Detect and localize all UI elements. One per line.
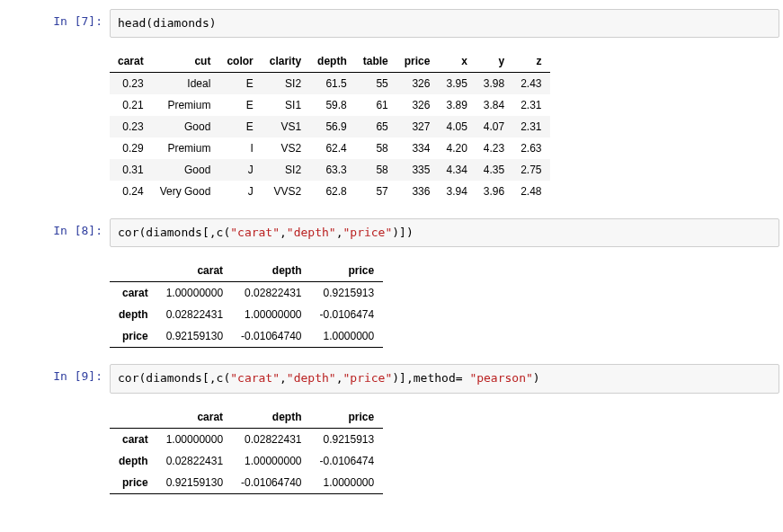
column-header-blank [110, 406, 157, 429]
column-header: clarity [262, 50, 309, 73]
row-label: depth [110, 304, 157, 325]
table-cell: 4.20 [438, 137, 475, 159]
table-cell: 63.3 [309, 159, 355, 181]
table-cell: 326 [396, 73, 439, 95]
table-cell: 61 [355, 94, 396, 116]
table-cell: 4.07 [476, 116, 512, 137]
table-cell: 0.02822431 [232, 282, 310, 305]
table-cell: SI1 [262, 94, 309, 116]
input-prompt: In [8]: [4, 218, 110, 237]
table-cell: 58 [355, 159, 396, 181]
table-cell: 335 [396, 159, 439, 181]
table-cell: 2.63 [512, 137, 549, 159]
row-label: carat [110, 428, 157, 450]
table-row: 0.24Very GoodJVVS262.8573363.943.962.48 [110, 181, 550, 202]
table-cell: 1.00000000 [157, 428, 232, 450]
table-row: 0.31GoodJSI263.3583354.344.352.75 [110, 159, 550, 181]
table-cell: 326 [396, 94, 439, 116]
table-cell: -0.01064740 [232, 325, 310, 348]
table-cell: 58 [355, 137, 396, 159]
table-cell: 3.98 [476, 73, 512, 95]
column-header: table [355, 50, 396, 73]
table-cell: E [218, 116, 261, 137]
table-row: 0.23IdealESI261.5553263.953.982.43 [110, 73, 550, 95]
table-cell: 0.21 [110, 94, 152, 116]
column-header: price [310, 260, 383, 282]
table-cell: 55 [355, 73, 396, 95]
code-input[interactable]: head(diamonds) [110, 9, 779, 38]
table-cell: 3.96 [476, 181, 512, 202]
code-input[interactable]: cor(diamonds[,c("carat","depth","price")… [110, 218, 779, 247]
table-cell: 2.43 [512, 73, 549, 95]
table-cell: -0.0106474 [310, 304, 383, 325]
table-cell: 0.92159130 [157, 472, 232, 494]
table-cell: E [218, 94, 261, 116]
table-row: 0.21PremiumESI159.8613263.893.842.31 [110, 94, 550, 116]
row-label: price [110, 325, 157, 348]
correlation-table: caratdepthpricecarat1.000000000.02822431… [110, 260, 383, 348]
table-cell: Premium [152, 137, 219, 159]
table-cell: VS1 [262, 116, 309, 137]
table-row: carat1.000000000.028224310.9215913 [110, 282, 383, 305]
table-cell: 1.00000000 [232, 304, 310, 325]
table-cell: 0.02822431 [232, 428, 310, 450]
table-cell: 56.9 [309, 116, 355, 137]
table-cell: 2.48 [512, 181, 549, 202]
table-cell: VVS2 [262, 181, 309, 202]
table-cell: 1.0000000 [310, 325, 383, 348]
output-area: caratcutcolorclaritydepthtablepricexyz0.… [110, 41, 779, 215]
table-cell: 1.0000000 [310, 472, 383, 494]
table-cell: 336 [396, 181, 439, 202]
table-cell: 2.31 [512, 116, 549, 137]
row-label: carat [110, 282, 157, 305]
output-area: caratdepthpricecarat1.000000000.02822431… [110, 397, 779, 507]
table-row: 0.23GoodEVS156.9653274.054.072.31 [110, 116, 550, 137]
table-cell: 57 [355, 181, 396, 202]
table-cell: 59.8 [309, 94, 355, 116]
table-cell: E [218, 73, 261, 95]
column-header: y [476, 50, 512, 73]
column-header: x [438, 50, 475, 73]
table-cell: 3.84 [476, 94, 512, 116]
table-cell: 0.9215913 [310, 428, 383, 450]
code-cell: In [8]:cor(diamonds[,c("carat","depth","… [4, 218, 779, 247]
output-prompt [4, 41, 110, 47]
table-cell: 0.23 [110, 73, 152, 95]
column-header: price [396, 50, 439, 73]
table-cell: 62.8 [309, 181, 355, 202]
table-cell: 1.00000000 [232, 450, 310, 472]
column-header-blank [110, 260, 157, 282]
table-cell: -0.01064740 [232, 472, 310, 494]
table-cell: 0.29 [110, 137, 152, 159]
table-cell: 3.89 [438, 94, 475, 116]
column-header: z [512, 50, 549, 73]
input-prompt: In [7]: [4, 9, 110, 28]
code-cell: In [7]:head(diamonds) [4, 9, 779, 38]
output-cell: caratcutcolorclaritydepthtablepricexyz0.… [4, 41, 779, 215]
correlation-table: caratdepthpricecarat1.000000000.02822431… [110, 406, 383, 494]
column-header: color [218, 50, 261, 73]
table-cell: 0.24 [110, 181, 152, 202]
table-cell: 61.5 [309, 73, 355, 95]
output-area: caratdepthpricecarat1.000000000.02822431… [110, 251, 779, 360]
table-row: depth0.028224311.00000000-0.0106474 [110, 304, 383, 325]
row-label: depth [110, 450, 157, 472]
table-cell: 0.92159130 [157, 325, 232, 348]
table-cell: 4.34 [438, 159, 475, 181]
table-cell: 3.95 [438, 73, 475, 95]
table-row: price0.92159130-0.010647401.0000000 [110, 472, 383, 494]
code-input[interactable]: cor(diamonds[,c("carat","depth","price")… [110, 364, 779, 393]
table-cell: 62.4 [309, 137, 355, 159]
table-cell: J [218, 159, 261, 181]
table-cell: 0.23 [110, 116, 152, 137]
column-header: cut [152, 50, 219, 73]
output-prompt [4, 397, 110, 403]
table-cell: SI2 [262, 73, 309, 95]
table-cell: 2.31 [512, 94, 549, 116]
table-row: carat1.000000000.028224310.9215913 [110, 428, 383, 450]
table-row: 0.29PremiumIVS262.4583344.204.232.63 [110, 137, 550, 159]
dataframe-table: caratcutcolorclaritydepthtablepricexyz0.… [110, 50, 550, 202]
column-header: price [310, 406, 383, 429]
table-cell: 0.31 [110, 159, 152, 181]
output-cell: caratdepthpricecarat1.000000000.02822431… [4, 397, 779, 507]
